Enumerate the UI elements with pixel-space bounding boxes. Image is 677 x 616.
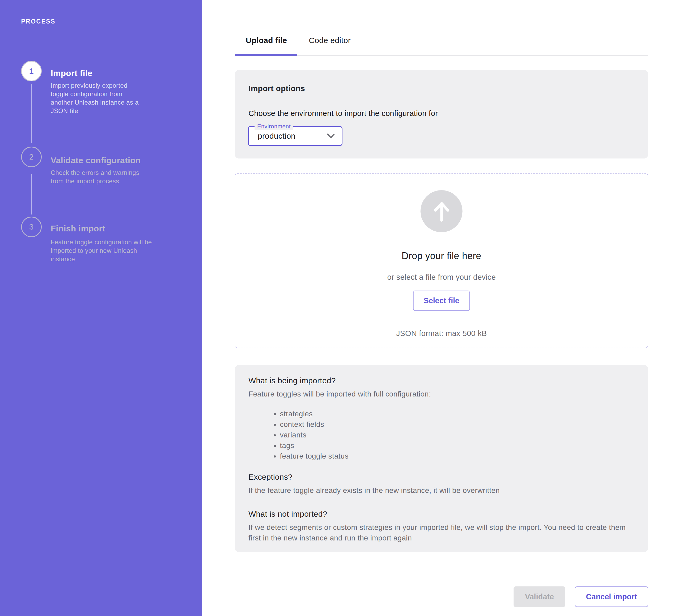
- list-item: variants: [280, 430, 349, 440]
- step-3-number: 3: [29, 222, 34, 231]
- dropzone-subtitle: or select a file from your device: [235, 273, 648, 281]
- tab-upload-file[interactable]: Upload file: [235, 35, 298, 46]
- step-2-number: 2: [29, 152, 34, 162]
- step-3-circle: 3: [21, 217, 42, 237]
- step-1-circle: 1: [21, 61, 42, 81]
- environment-choose-text: Choose the environment to import the con…: [249, 109, 438, 118]
- step-2-description: Check the errors and warnings from the i…: [51, 169, 146, 185]
- step-connector: [31, 84, 32, 143]
- step-2-circle: 2: [21, 146, 42, 167]
- info-body-what-imported: Feature toggles will be imported with fu…: [249, 389, 637, 399]
- active-tab-indicator: [235, 54, 297, 56]
- list-item: tags: [280, 440, 349, 451]
- imported-items-list: strategies context fields variants tags …: [272, 409, 349, 461]
- step-3-description: Feature toggle configuration will be imp…: [51, 238, 156, 263]
- environment-select-value: production: [258, 132, 296, 140]
- validate-button[interactable]: Validate: [513, 586, 565, 607]
- cancel-import-button[interactable]: Cancel import: [575, 586, 648, 607]
- info-body-exceptions: If the feature toggle already exists in …: [249, 485, 637, 496]
- upload-arrow-icon: [421, 190, 463, 232]
- environment-select[interactable]: Environment production: [248, 126, 343, 146]
- info-heading-exceptions: Exceptions?: [249, 473, 292, 482]
- list-item: feature toggle status: [280, 451, 349, 461]
- dropzone-title: Drop your file here: [235, 251, 648, 262]
- list-item: context fields: [280, 419, 349, 430]
- footer-divider: [235, 573, 648, 573]
- environment-select-label: Environment: [255, 123, 294, 130]
- file-dropzone[interactable]: Drop your file here or select a file fro…: [235, 173, 648, 348]
- import-tabs: Upload file Code editor: [235, 35, 361, 46]
- step-1-title: Import file: [51, 69, 92, 78]
- import-main-panel: Upload file Code editor Import options C…: [235, 0, 648, 616]
- info-heading-what-imported: What is being imported?: [249, 376, 335, 385]
- import-options-title: Import options: [249, 84, 305, 93]
- step-1-description: Import previously exported toggle config…: [51, 81, 140, 115]
- info-body-not-imported: If we detect segments or custom strategi…: [249, 522, 637, 543]
- step-1-number: 1: [29, 67, 34, 76]
- import-options-panel: Import options Choose the environment to…: [235, 70, 648, 159]
- import-info-panel: What is being imported? Feature toggles …: [235, 365, 648, 552]
- list-item: strategies: [280, 409, 349, 419]
- process-sidebar: PROCESS 1 Import file Import previously …: [0, 0, 202, 616]
- process-heading: PROCESS: [21, 18, 55, 25]
- step-2-title: Validate configuration: [51, 156, 141, 165]
- select-file-button[interactable]: Select file: [413, 291, 470, 311]
- step-connector: [31, 174, 32, 215]
- tab-code-editor[interactable]: Code editor: [298, 35, 361, 46]
- file-format-hint: JSON format: max 500 kB: [235, 329, 648, 338]
- info-heading-not-imported: What is not imported?: [249, 510, 327, 519]
- step-3-title: Finish import: [51, 224, 105, 233]
- chevron-down-icon: [327, 133, 335, 139]
